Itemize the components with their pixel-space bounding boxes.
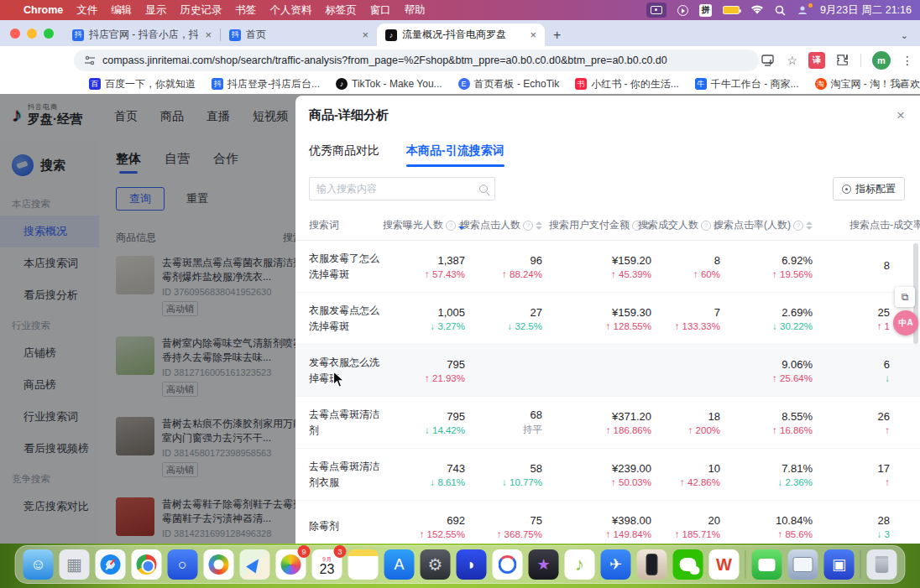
profile-avatar[interactable]: m (872, 51, 891, 70)
imovie-icon[interactable]: ★ (529, 549, 559, 580)
iphone-mirroring-icon[interactable] (637, 549, 667, 580)
translate-float-button[interactable]: 中A (893, 310, 918, 336)
bookmark-taobao[interactable]: 淘淘宝网 - 淘！我喜欢 (815, 77, 920, 91)
window-minimize-button[interactable] (27, 29, 37, 39)
chrome-menu-kebab-icon[interactable]: ⋮ (902, 54, 913, 67)
bookmark-star-icon[interactable]: ☆ (787, 54, 797, 67)
omnibox[interactable]: compass.jinritemai.com/shop/search/traff… (74, 49, 759, 71)
tab-close-icon[interactable]: × (360, 29, 370, 41)
col-clicks[interactable]: 搜索点击人数? (468, 218, 546, 232)
tab-compass-active[interactable]: ♪ 流量概况-抖音电商罗盘 × (377, 23, 545, 46)
menu-tabs[interactable]: 标签页 (325, 3, 357, 18)
qq-music-icon[interactable]: ♪ (565, 549, 595, 580)
modal-tab-excellent-compare[interactable]: 优秀商品对比 (309, 143, 379, 167)
tab-doudian-official[interactable]: 抖 抖店官网 - 抖音小店，抖音电... × (64, 23, 220, 46)
cell-value: 795 (447, 410, 465, 423)
launchpad-icon[interactable]: ▦ (60, 549, 90, 580)
question-icon[interactable]: ? (701, 221, 711, 231)
site-settings-icon[interactable] (84, 55, 96, 65)
wps-office-icon[interactable]: W (709, 549, 740, 580)
metric-config-button[interactable]: 指标配置 (833, 177, 905, 200)
wechat-icon[interactable] (673, 549, 703, 580)
window-close-button[interactable] (10, 29, 20, 39)
tab-close-icon[interactable]: × (528, 29, 538, 41)
menu-window[interactable]: 窗口 (370, 3, 391, 18)
battery-icon[interactable] (723, 3, 740, 18)
translate-extension-icon[interactable]: 译 (808, 52, 825, 69)
menu-help[interactable]: 帮助 (405, 3, 426, 18)
menu-view[interactable]: 显示 (145, 3, 166, 18)
tab-home[interactable]: 抖 首页 × (221, 23, 377, 46)
modal-tab-traffic-search-terms[interactable]: 本商品-引流搜索词 (406, 143, 504, 167)
play-status-icon[interactable] (677, 3, 688, 18)
safari-icon[interactable] (96, 549, 126, 580)
sort-icon[interactable] (536, 221, 542, 230)
input-method-icon[interactable]: 拼 (699, 4, 712, 17)
menu-history[interactable]: 历史记录 (180, 3, 222, 18)
menubar-app-name[interactable]: Chrome (24, 4, 63, 16)
cell-value: 692 (447, 514, 465, 527)
photos-icon[interactable]: 9 (276, 549, 306, 580)
wifi-icon[interactable] (750, 3, 764, 18)
sort-icon[interactable] (806, 221, 813, 230)
cell-delta: ↑ 152.55% (420, 529, 465, 539)
chrome-toolbar: compass.jinritemai.com/shop/search/traff… (0, 46, 920, 74)
bookmark-doudian-login[interactable]: 抖抖店登录-抖店后台... (212, 77, 320, 91)
cell-value: 10.84% (776, 514, 813, 527)
cell-delta: ↑ 88.24% (502, 269, 542, 279)
extensions-puzzle-icon[interactable] (836, 54, 849, 67)
screen-mirroring-icon[interactable] (646, 3, 666, 18)
finder-icon[interactable]: ☺ (24, 549, 54, 580)
modal-close-icon[interactable]: × (896, 108, 905, 122)
cell-delta: ↓ 2.36% (777, 477, 813, 487)
calendar-icon[interactable]: 9月233 (312, 549, 342, 580)
quark-browser-icon[interactable]: ○ (168, 549, 198, 580)
modal-search-input[interactable] (316, 183, 479, 195)
menu-file[interactable]: 文件 (76, 3, 97, 18)
search-term: 发霉衣服怎么洗掉霉斑 (309, 346, 393, 394)
menu-edit[interactable]: 编辑 (111, 3, 132, 18)
bookmark-echotik[interactable]: E首页看板 - EchoTik (458, 77, 560, 91)
spotlight-search-icon[interactable] (775, 3, 786, 18)
cell-delta: ↑ 50.03% (611, 477, 651, 487)
window-zoom-button[interactable] (44, 29, 54, 39)
menu-bookmarks[interactable]: 书签 (235, 3, 256, 18)
compare-float-icon[interactable]: ⧉ (895, 287, 915, 307)
question-icon[interactable]: ? (793, 221, 803, 231)
browser-360-icon[interactable] (204, 549, 234, 580)
url-text[interactable]: compass.jinritemai.com/shop/search/traff… (102, 55, 667, 66)
workspace-app-icon[interactable]: ▣ (824, 549, 855, 580)
bookmark-baidu[interactable]: 百百度一下，你就知道 (89, 77, 196, 91)
tab-close-icon[interactable]: × (203, 29, 213, 41)
question-icon[interactable]: ? (523, 221, 533, 231)
doudian-app-icon[interactable]: ◗ (457, 549, 487, 580)
send-to-device-icon[interactable] (761, 55, 776, 66)
new-tab-button[interactable]: + (545, 28, 569, 46)
qianniu-icon[interactable]: ✈ (601, 549, 631, 580)
screen-mirror-window-icon[interactable] (788, 549, 818, 580)
bookmark-qianniu[interactable]: 牛千牛工作台 - 商家... (695, 77, 799, 91)
col-ctr[interactable]: 搜索点击率(人数)? (724, 218, 816, 232)
control-center-icon[interactable] (797, 3, 809, 18)
notes-icon[interactable] (348, 549, 379, 580)
question-icon[interactable]: ? (446, 221, 456, 231)
modal-search-box[interactable] (309, 177, 495, 200)
bookmark-xiaohongshu[interactable]: 书小红书 - 你的生活... (575, 77, 679, 91)
chrome-icon[interactable] (132, 549, 162, 580)
bookmarks-overflow-chevron[interactable]: » (897, 78, 903, 91)
search-icon[interactable] (479, 185, 488, 193)
menubar-clock[interactable]: 9月23日 周二 21:16 (820, 3, 912, 18)
col-exposure[interactable]: 搜索曝光人数? (393, 218, 468, 232)
tab-search-chevron-icon[interactable]: ⌄ (901, 30, 920, 46)
messages-icon[interactable] (752, 549, 782, 580)
app-store-icon[interactable]: A (384, 549, 415, 580)
trash-icon[interactable] (867, 549, 897, 580)
system-settings-icon[interactable]: ⚙ (421, 549, 451, 580)
col-click-conversion[interactable]: 搜索点击-成交率(人数) (816, 218, 920, 232)
cell-value: 75 (531, 514, 542, 527)
baidu-netdisk-icon[interactable] (493, 549, 523, 580)
bookmark-tiktok[interactable]: ♪TikTok - Make You... (336, 78, 442, 90)
maps-icon[interactable] (240, 549, 270, 580)
cell-value: 6 (884, 358, 890, 371)
menu-profiles[interactable]: 个人资料 (269, 3, 311, 18)
